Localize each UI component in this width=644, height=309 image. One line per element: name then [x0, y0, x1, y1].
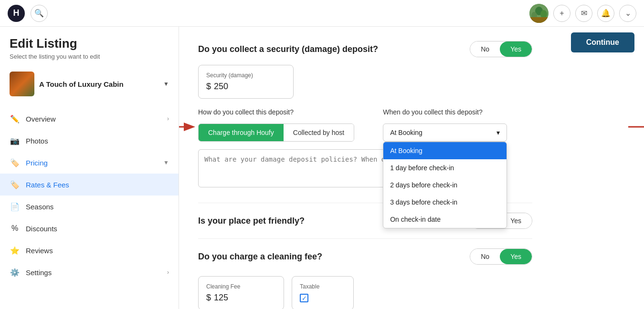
page-title: Edit Listing	[0, 36, 179, 51]
sidebar-label-settings: Settings	[26, 268, 161, 277]
chevron-right-icon-2: ▼	[163, 159, 169, 166]
taxable-label: Taxable	[300, 283, 346, 290]
sidebar-label-pricing: Pricing	[26, 159, 158, 167]
star-icon: ⭐	[10, 245, 20, 256]
sidebar-label-reviews: Reviews	[26, 247, 169, 255]
svg-rect-4	[529, 17, 549, 23]
cleaning-toggle-group: No Yes	[470, 248, 532, 265]
bell-icon: 🔔	[601, 9, 611, 18]
cleaning-no-btn[interactable]: No	[470, 249, 500, 264]
cleaning-fee-section: Do you charge a cleaning fee? No Yes Cle…	[198, 238, 532, 309]
how-collect-group: How do you collect this deposit? Charge …	[198, 108, 354, 142]
search-icon: 🔍	[34, 9, 44, 18]
cleaning-fee-label: Cleaning Fee	[206, 283, 276, 290]
option-1-day[interactable]: 1 day before check-in	[383, 159, 507, 176]
chevron-down-icon: ⌄	[625, 9, 631, 18]
charge-houfy-btn[interactable]: Charge through Houfy	[199, 124, 284, 141]
top-nav: H 🔍 + ✉ 🔔 ⌄	[0, 0, 644, 27]
sidebar-label-photos: Photos	[26, 137, 169, 145]
sidebar-label-overview: Overview	[26, 115, 161, 123]
mail-icon: ✉	[581, 9, 587, 18]
continue-button[interactable]: Continue	[571, 32, 634, 52]
when-dropdown[interactable]: At Booking ▾	[383, 124, 507, 142]
nav-left: H 🔍	[8, 5, 48, 22]
avatar[interactable]	[529, 4, 549, 23]
taxable-checkbox[interactable]: ✓	[300, 294, 308, 302]
sidebar-item-reviews[interactable]: ⭐ Reviews	[0, 239, 179, 261]
cleaning-fee-box: Cleaning Fee $ 125	[198, 276, 284, 309]
currency-symbol: $	[206, 82, 211, 92]
nav-right: + ✉ 🔔 ⌄	[529, 4, 636, 23]
listing-chevron-icon: ▼	[163, 81, 169, 87]
option-checkin-date[interactable]: On check-in date	[383, 211, 507, 228]
bell-button[interactable]: 🔔	[597, 5, 614, 22]
sidebar-item-settings[interactable]: ⚙️ Settings ›	[0, 261, 179, 283]
chevron-right-icon-3: ›	[167, 269, 169, 276]
annotation-arrow-left	[179, 120, 196, 134]
logo[interactable]: H	[8, 5, 25, 22]
chevron-button[interactable]: ⌄	[619, 5, 636, 22]
pet-question: Is your place pet friendly?	[198, 216, 305, 226]
camera-icon: 📷	[10, 135, 20, 146]
sidebar-item-rates-fees[interactable]: 🏷️ Rates & Fees	[0, 174, 179, 196]
how-collect-label: How do you collect this deposit?	[198, 108, 354, 116]
sidebar-label-seasons: Seasons	[26, 203, 169, 211]
option-2-days[interactable]: 2 days before check-in	[383, 176, 507, 194]
discount-icon: %	[10, 223, 20, 234]
option-at-booking[interactable]: At Booking	[383, 142, 507, 159]
tag-icon: 🏷️	[10, 157, 20, 168]
security-toggle-group: No Yes	[470, 41, 532, 57]
dropdown-arrow-icon: ▾	[496, 129, 500, 136]
security-amount: $ 250	[206, 82, 285, 92]
when-selected-value: At Booking	[390, 129, 496, 136]
cleaning-amount: 125	[214, 293, 228, 303]
when-dropdown-popup: At Booking 1 day before check-in 2 days …	[383, 142, 507, 228]
search-button[interactable]: 🔍	[31, 5, 48, 22]
cleaning-question: Do you charge a cleaning fee?	[198, 252, 322, 262]
listing-name: A Touch of Luxury Cabin	[39, 80, 158, 88]
cleaning-currency: $	[206, 293, 211, 303]
sidebar-item-pricing[interactable]: 🏷️ Pricing ▼	[0, 152, 179, 174]
security-question: Do you collect a security (damage) depos…	[198, 44, 378, 54]
when-collect-label: When do you collect this deposit?	[383, 108, 507, 116]
page-subtitle: Select the listing you want to edit	[0, 53, 179, 60]
sidebar-label-rates: Rates & Fees	[26, 181, 169, 189]
cleaning-fee-value: $ 125	[206, 293, 276, 303]
main-content: Do you collect a security (damage) depos…	[179, 27, 644, 309]
rates-icon: 🏷️	[10, 179, 20, 190]
gear-icon: ⚙️	[10, 267, 20, 278]
listing-thumbnail	[10, 72, 34, 96]
layout: Edit Listing Select the listing you want…	[0, 27, 644, 309]
sidebar-label-discounts: Discounts	[26, 225, 169, 233]
plus-icon: +	[560, 9, 564, 18]
seasons-icon: 📄	[10, 201, 20, 212]
sidebar-item-seasons[interactable]: 📄 Seasons	[0, 196, 179, 217]
security-deposit-section: Do you collect a security (damage) depos…	[198, 41, 625, 187]
sidebar: Edit Listing Select the listing you want…	[0, 27, 179, 309]
chevron-right-icon: ›	[167, 115, 169, 122]
when-dropdown-wrapper: At Booking ▾ At Booking 1 day before che…	[383, 124, 507, 142]
security-field-label: Security (damage)	[206, 72, 285, 79]
mail-button[interactable]: ✉	[575, 5, 592, 22]
when-collect-group: When do you collect this deposit? At Boo…	[383, 108, 507, 142]
cleaning-yes-btn[interactable]: Yes	[500, 249, 532, 264]
security-no-btn[interactable]: No	[470, 41, 500, 57]
security-amount-value: 250	[214, 82, 228, 92]
sidebar-item-overview[interactable]: ✏️ Overview ›	[0, 108, 179, 130]
add-button[interactable]: +	[553, 5, 570, 22]
collect-row: How do you collect this deposit? Charge …	[198, 108, 625, 142]
cleaning-fee-inputs: Cleaning Fee $ 125 Taxable ✓	[198, 276, 354, 309]
security-amount-box: Security (damage) $ 250	[198, 65, 294, 99]
sidebar-item-photos[interactable]: 📷 Photos	[0, 130, 179, 152]
sidebar-item-discounts[interactable]: % Discounts	[0, 217, 179, 239]
listing-selector[interactable]: A Touch of Luxury Cabin ▼	[0, 68, 179, 100]
annotation-arrow-right	[627, 120, 644, 134]
security-yes-btn[interactable]: Yes	[500, 41, 532, 57]
taxable-box: Taxable ✓	[292, 276, 354, 309]
collected-host-btn[interactable]: Collected by host	[284, 124, 354, 141]
cleaning-fee-header: Do you charge a cleaning fee? No Yes	[198, 248, 532, 265]
option-3-days[interactable]: 3 days before check-in	[383, 194, 507, 211]
edit-icon: ✏️	[10, 113, 20, 124]
method-buttons: Charge through Houfy Collected by host	[198, 124, 354, 142]
